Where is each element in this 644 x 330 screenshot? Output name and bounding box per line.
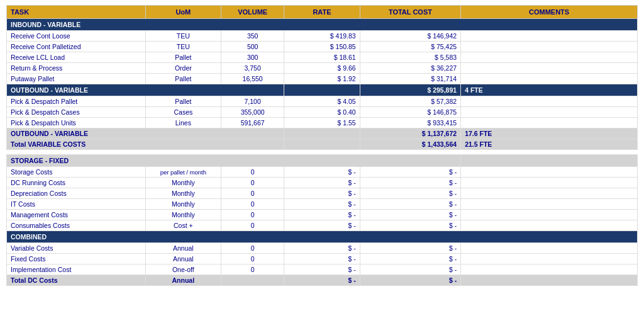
cost-table: TASK UoM VOLUME RATE TOTAL COST COMMENTS…: [6, 5, 638, 286]
cost-cell: $ 57,382: [360, 96, 460, 107]
volume-cell: 0: [221, 243, 284, 254]
rate-cell: $ -: [284, 188, 360, 199]
task-cell: Pick & Despatch Units: [7, 118, 146, 128]
volume-cell: 591,667: [221, 118, 284, 128]
uom-cell: per pallet / month: [145, 167, 221, 178]
outbound-variable-subtotal-label: OUTBOUND - VARIABLE: [7, 128, 284, 139]
rate-cell: $ -: [284, 167, 360, 178]
outbound-variable-comment-1: 4 FTE: [461, 84, 638, 96]
comment-cell: [461, 74, 638, 84]
rate-cell: $ 18.61: [284, 52, 360, 63]
table-row: Implementation Cost One-off 0 $ - $ -: [7, 265, 638, 275]
rate-cell: $ -: [284, 178, 360, 188]
uom-cell: Cost +: [145, 220, 221, 231]
rate-cell: $ -: [284, 199, 360, 210]
volume-cell: 0: [221, 220, 284, 231]
table-row: Management Costs Monthly 0 $ - $ -: [7, 210, 638, 220]
uom-cell: Cases: [145, 107, 221, 118]
uom-cell: Monthly: [145, 210, 221, 220]
cost-cell: $ -: [360, 210, 460, 220]
rate-cell: $ 1.55: [284, 118, 360, 128]
cost-cell: $ -: [360, 243, 460, 254]
uom-cell: TEU: [145, 42, 221, 52]
storage-fixed-comment-empty: [461, 155, 638, 167]
storage-fixed-header: STORAGE - FIXED: [7, 155, 638, 167]
uom-cell: TEU: [145, 31, 221, 42]
comment-cell: [461, 107, 638, 118]
comment-cell: [461, 167, 638, 178]
outbound-variable-rate-empty: [284, 84, 360, 96]
rate-cell: $ 1.92: [284, 74, 360, 84]
task-cell: Receive LCL Load: [7, 52, 146, 63]
volume-cell: 16,550: [221, 74, 284, 84]
total-variable-label: Total VARIABLE COSTS: [7, 139, 284, 150]
table-row: Pick & Despatch Cases Cases 355,000 $ 0.…: [7, 107, 638, 118]
col-header-rate: RATE: [284, 6, 360, 19]
inbound-variable-label: INBOUND - VARIABLE: [7, 19, 638, 31]
task-cell: IT Costs: [7, 199, 146, 210]
rate-cell: $ -: [284, 210, 360, 220]
cost-cell: $ 146,875: [360, 107, 460, 118]
rate-cell: $ 9.66: [284, 63, 360, 74]
task-cell: Putaway Pallet: [7, 74, 146, 84]
cost-cell: $ 36,227: [360, 63, 460, 74]
rate-cell: $ -: [284, 265, 360, 275]
outbound-variable-subtotal-cost: $ 1,137,672: [360, 128, 460, 139]
uom-cell: Monthly: [145, 188, 221, 199]
cost-cell: $ -: [360, 199, 460, 210]
volume-cell: 3,750: [221, 63, 284, 74]
rate-cell: $ 0.40: [284, 107, 360, 118]
volume-cell: 0: [221, 210, 284, 220]
volume-cell: 7,100: [221, 96, 284, 107]
uom-cell: Annual: [145, 243, 221, 254]
combined-label: COMBINED: [7, 231, 638, 243]
cost-cell: $ -: [360, 178, 460, 188]
col-header-comments: COMMENTS: [461, 6, 638, 19]
col-header-uom: UoM: [145, 6, 221, 19]
comment-cell: [461, 265, 638, 275]
task-cell: Management Costs: [7, 210, 146, 220]
comment-cell: [461, 118, 638, 128]
total-variable-rate-empty: [284, 139, 360, 150]
comment-cell: [461, 199, 638, 210]
total-dc-costs-row: Total DC Costs Annual $ - $ -: [7, 275, 638, 286]
volume-cell: 300: [221, 52, 284, 63]
combined-header: COMBINED: [7, 231, 638, 243]
uom-cell: Pallet: [145, 74, 221, 84]
cost-cell: $ -: [360, 220, 460, 231]
inbound-variable-header: INBOUND - VARIABLE: [7, 19, 638, 31]
table-row: Pick & Despatch Units Lines 591,667 $ 1.…: [7, 118, 638, 128]
task-cell: Receive Cont Loose: [7, 31, 146, 42]
col-header-total-cost: TOTAL COST: [360, 6, 460, 19]
volume-cell: 0: [221, 199, 284, 210]
cost-cell: $ -: [360, 167, 460, 178]
cost-cell: $ -: [360, 254, 460, 265]
comment-cell: [461, 188, 638, 199]
rate-cell: $ 419.83: [284, 31, 360, 42]
rate-cell: $ 4.05: [284, 96, 360, 107]
comment-cell: [461, 42, 638, 52]
storage-fixed-label: STORAGE - FIXED: [7, 155, 461, 167]
rate-cell: $ 150.85: [284, 42, 360, 52]
table-row: Putaway Pallet Pallet 16,550 $ 1.92 $ 31…: [7, 74, 638, 84]
comment-cell: [461, 31, 638, 42]
table-row: Return & Process Order 3,750 $ 9.66 $ 36…: [7, 63, 638, 74]
table-row: Storage Costs per pallet / month 0 $ - $…: [7, 167, 638, 178]
total-dc-rate: $ -: [284, 275, 360, 286]
volume-cell: 350: [221, 31, 284, 42]
uom-cell: One-off: [145, 265, 221, 275]
col-header-task: TASK: [7, 6, 146, 19]
comment-cell: [461, 63, 638, 74]
volume-cell: 355,000: [221, 107, 284, 118]
uom-cell: Annual: [145, 254, 221, 265]
volume-cell: 0: [221, 178, 284, 188]
comment-cell: [461, 220, 638, 231]
table-row: Variable Costs Annual 0 $ - $ -: [7, 243, 638, 254]
cost-cell: $ 146,942: [360, 31, 460, 42]
total-dc-volume: [221, 275, 284, 286]
main-table-container: TASK UoM VOLUME RATE TOTAL COST COMMENTS…: [0, 0, 644, 291]
task-cell: Pick & Despatch Cases: [7, 107, 146, 118]
table-row: Fixed Costs Annual 0 $ - $ -: [7, 254, 638, 265]
comment-cell: [461, 254, 638, 265]
rate-cell: $ -: [284, 220, 360, 231]
